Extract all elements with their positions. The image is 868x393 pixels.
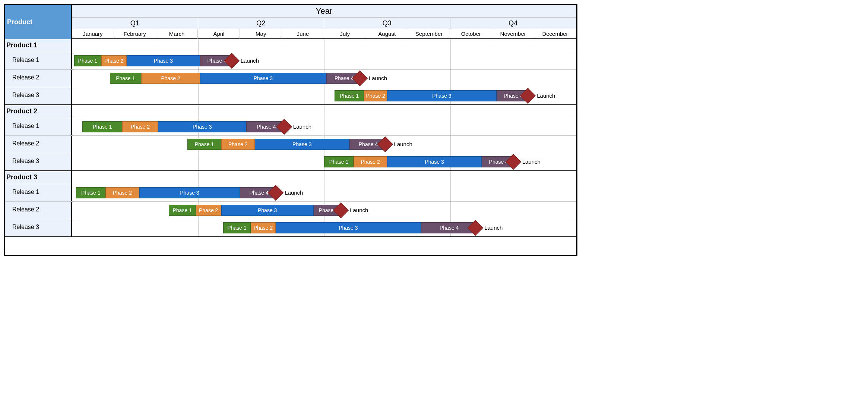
- month-may: May: [240, 29, 282, 39]
- phase-bar: Phase 3: [387, 156, 482, 167]
- months-row: JanuaryFebruaryMarchAprilMayJuneJulyAugu…: [72, 29, 576, 39]
- release-label: Release 3: [5, 87, 72, 104]
- gantt-track: Phase 1Phase 2Phase 3Phase 4Launch: [72, 202, 576, 219]
- phase-bar: Phase 2: [105, 187, 139, 198]
- release-label: Release 1: [5, 52, 72, 69]
- product-header: Product 1: [5, 39, 576, 52]
- phase-bar: Phase 2: [364, 90, 387, 101]
- launch-milestone-label: Launch: [537, 92, 555, 99]
- month-july: July: [324, 29, 366, 39]
- launch-milestone-label: Launch: [293, 123, 311, 130]
- timeline-header: Year Q1Q2Q3Q4 JanuaryFebruaryMarchAprilM…: [72, 5, 576, 39]
- header-row: Product Year Q1Q2Q3Q4 JanuaryFebruaryMar…: [5, 5, 576, 39]
- month-january: January: [72, 29, 114, 39]
- phase-bar: Phase 1: [169, 205, 196, 216]
- phase-bar: Phase 1: [324, 156, 354, 167]
- year-label: Year: [72, 5, 576, 18]
- release-row: Release 1Phase 1Phase 2Phase 3Phase 4Lau…: [5, 184, 576, 202]
- month-september: September: [408, 29, 450, 39]
- quarter-q1: Q1: [72, 18, 198, 29]
- gantt-track: Phase 1Phase 2Phase 3Phase 4Launch: [72, 136, 576, 153]
- gantt-track: Phase 1Phase 2Phase 3Phase 4Launch: [72, 87, 576, 104]
- release-label: Release 2: [5, 70, 72, 87]
- roadmap-chart: Product Year Q1Q2Q3Q4 JanuaryFebruaryMar…: [4, 4, 577, 256]
- phase-bar: Phase 3: [158, 121, 246, 132]
- release-row: Release 3Phase 1Phase 2Phase 3Phase 4Lau…: [5, 153, 576, 171]
- launch-milestone-label: Launch: [350, 207, 368, 213]
- product-header: Product 3: [5, 171, 576, 184]
- chart-body: Product 1Release 1Phase 1Phase 2Phase 3P…: [5, 39, 576, 237]
- month-december: December: [534, 29, 576, 39]
- product-header: Product 2: [5, 105, 576, 118]
- release-label: Release 2: [5, 202, 72, 219]
- phase-bar: Phase 1: [110, 73, 142, 84]
- phase-bar: Phase 3: [276, 222, 421, 233]
- footer-row: [5, 237, 576, 255]
- month-february: February: [114, 29, 156, 39]
- release-row: Release 3Phase 1Phase 2Phase 3Phase 4Lau…: [5, 219, 576, 237]
- phase-bar: Phase 1: [335, 90, 364, 101]
- launch-milestone-label: Launch: [285, 189, 303, 196]
- release-label: Release 3: [5, 219, 72, 236]
- release-row: Release 2Phase 1Phase 2Phase 3Phase 4Lau…: [5, 70, 576, 87]
- gantt-track: Phase 1Phase 2Phase 3Phase 4Launch: [72, 52, 576, 69]
- month-march: March: [156, 29, 198, 39]
- product-name: Product 3: [5, 171, 72, 184]
- month-october: October: [450, 29, 492, 39]
- phase-bar: Phase 2: [196, 205, 221, 216]
- phase-bar: Phase 2: [221, 139, 255, 150]
- phase-bar: Phase 1: [76, 187, 105, 198]
- phase-bar: Phase 1: [223, 222, 250, 233]
- month-august: August: [366, 29, 408, 39]
- quarters-row: Q1Q2Q3Q4: [72, 18, 576, 29]
- gantt-track: Phase 1Phase 2Phase 3Phase 4Launch: [72, 70, 576, 87]
- phase-bar: Phase 3: [139, 187, 240, 198]
- release-label: Release 1: [5, 118, 72, 135]
- release-row: Release 3Phase 1Phase 2Phase 3Phase 4Lau…: [5, 87, 576, 105]
- release-row: Release 2Phase 1Phase 2Phase 3Phase 4Lau…: [5, 202, 576, 219]
- phase-bar: Phase 2: [251, 222, 276, 233]
- launch-milestone-label: Launch: [484, 224, 503, 231]
- launch-milestone-label: Launch: [241, 57, 259, 64]
- phase-bar: Phase 2: [122, 121, 158, 132]
- launch-milestone-label: Launch: [369, 75, 387, 81]
- gantt-track: Phase 1Phase 2Phase 3Phase 4Launch: [72, 184, 576, 201]
- launch-milestone-label: Launch: [394, 141, 412, 147]
- phase-bar: Phase 2: [141, 73, 200, 84]
- quarter-q2: Q2: [198, 18, 324, 29]
- month-april: April: [198, 29, 240, 39]
- phase-bar: Phase 2: [101, 55, 127, 66]
- product-name: Product 2: [5, 105, 72, 118]
- product-column-header: Product: [5, 5, 72, 39]
- phase-bar: Phase 3: [387, 90, 496, 101]
- phase-bar: Phase 3: [200, 73, 326, 84]
- release-label: Release 2: [5, 136, 72, 153]
- month-june: June: [282, 29, 324, 39]
- phase-bar: Phase 1: [74, 55, 101, 66]
- month-november: November: [492, 29, 534, 39]
- phase-bar: Phase 3: [127, 55, 200, 66]
- phase-bar: Phase 1: [187, 139, 221, 150]
- release-row: Release 1Phase 1Phase 2Phase 3Phase 4Lau…: [5, 52, 576, 70]
- release-row: Release 1Phase 1Phase 2Phase 3Phase 4Lau…: [5, 118, 576, 136]
- product-name: Product 1: [5, 39, 72, 52]
- quarter-q3: Q3: [324, 18, 450, 29]
- release-row: Release 2Phase 1Phase 2Phase 3Phase 4Lau…: [5, 136, 576, 153]
- phase-bar: Phase 3: [255, 139, 349, 150]
- release-label: Release 1: [5, 184, 72, 201]
- launch-milestone-label: Launch: [522, 158, 541, 165]
- quarter-q4: Q4: [450, 18, 577, 29]
- gantt-track: Phase 1Phase 2Phase 3Phase 4Launch: [72, 153, 576, 170]
- phase-bar: Phase 2: [354, 156, 387, 167]
- phase-bar: Phase 1: [82, 121, 122, 132]
- gantt-track: Phase 1Phase 2Phase 3Phase 4Launch: [72, 219, 576, 236]
- phase-bar: Phase 3: [221, 205, 314, 216]
- release-label: Release 3: [5, 153, 72, 170]
- gantt-track: Phase 1Phase 2Phase 3Phase 4Launch: [72, 118, 576, 135]
